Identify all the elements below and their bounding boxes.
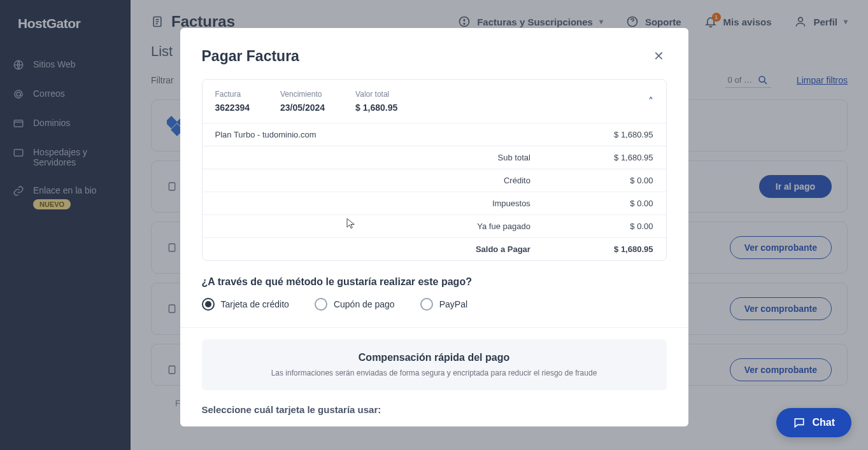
pay-invoice-modal: Pagar Factura ✕ Factura 3622394 Vencimie… [180, 28, 688, 426]
chat-button[interactable]: Chat [776, 408, 851, 437]
line-item-value: $ 1,680.95 [614, 130, 653, 139]
row-credit: Crédito $ 0.00 [203, 169, 666, 192]
chevron-up-icon[interactable]: ˄ [648, 95, 653, 108]
value-due: 23/05/2024 [280, 102, 325, 113]
payment-methods: Tarjeta de crédito Cupón de pago PayPal [202, 298, 667, 311]
row-subtotal: Sub total $ 1,680.95 [203, 146, 666, 169]
row-value: $ 1,680.95 [530, 153, 653, 162]
select-card-question: Seleccione cuál tarjeta le gustaría usar… [202, 404, 667, 415]
row-label: Ya fue pagado [267, 221, 530, 231]
row-value: $ 0.00 [530, 199, 653, 208]
invoice-summary: Factura 3622394 Vencimiento 23/05/2024 V… [202, 79, 667, 261]
radio-unselected-icon [420, 298, 433, 311]
row-balance: Saldo a Pagar $ 1,680.95 [203, 237, 666, 260]
label-due: Vencimiento [280, 90, 325, 99]
close-icon[interactable]: ✕ [651, 46, 667, 66]
fast-payment-info: Compensación rápida del pago Las informa… [202, 339, 667, 390]
row-value: $ 0.00 [530, 221, 653, 231]
label-total: Valor total [355, 90, 397, 99]
line-item: Plan Turbo - tudominio.com $ 1,680.95 [203, 123, 666, 146]
radio-coupon[interactable]: Cupón de pago [315, 298, 395, 311]
payment-method-question: ¿A través de qué método le gustaría real… [202, 276, 667, 288]
radio-label: Tarjeta de crédito [221, 299, 289, 309]
row-label: Saldo a Pagar [267, 244, 530, 254]
chat-label: Chat [812, 417, 835, 428]
radio-label: PayPal [439, 299, 467, 309]
row-value: $ 1,680.95 [530, 244, 653, 254]
row-label: Sub total [267, 153, 530, 162]
radio-paypal[interactable]: PayPal [420, 298, 467, 311]
row-label: Crédito [267, 176, 530, 185]
modal-title: Pagar Factura [202, 48, 299, 65]
line-item-label: Plan Turbo - tudominio.com [215, 130, 317, 139]
radio-selected-icon [202, 298, 215, 311]
value-total: $ 1,680.95 [355, 102, 397, 113]
radio-label: Cupón de pago [334, 299, 395, 309]
row-paid: Ya fue pagado $ 0.00 [203, 214, 666, 237]
row-label: Impuestos [267, 199, 530, 208]
info-title: Compensación rápida del pago [215, 352, 654, 363]
info-subtitle: Las informaciones serán enviadas de form… [215, 369, 654, 377]
row-value: $ 0.00 [530, 176, 653, 185]
value-invoice: 3622394 [215, 102, 250, 113]
row-tax: Impuestos $ 0.00 [203, 192, 666, 214]
label-invoice: Factura [215, 90, 250, 99]
radio-unselected-icon [315, 298, 327, 311]
modal-overlay[interactable]: Pagar Factura ✕ Factura 3622394 Vencimie… [0, 0, 868, 450]
radio-credit-card[interactable]: Tarjeta de crédito [202, 298, 289, 311]
divider [180, 327, 688, 328]
